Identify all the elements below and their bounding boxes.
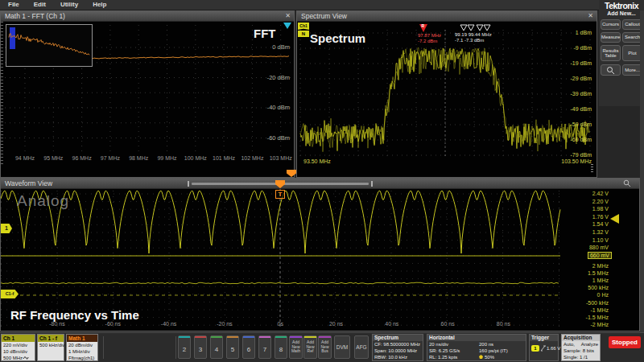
time-axis-label: 40 ns — [376, 321, 408, 327]
y-axis-label: -40 dBm — [253, 104, 290, 111]
waveform-view-panel: Waveform View AnalogRF Frequency vs Time… — [0, 178, 640, 331]
menu-item-help[interactable]: Help — [93, 0, 106, 10]
time-axis-label: -40 ns — [153, 321, 185, 327]
channel-button-8[interactable]: 8 — [275, 335, 287, 359]
trigger-source-chip: 1 — [531, 345, 539, 352]
waveform-plot-area[interactable]: AnalogRF Frequency vs TimeT1C1-f2.42 V2.… — [1, 189, 639, 331]
channel-badge-ch-1-f[interactable]: Ch 1 - f500 kHz/div — [37, 334, 64, 361]
trigger-level-arrow[interactable] — [610, 214, 619, 224]
peak-marker-frequencies: 99.19 99.44 MHz — [455, 32, 492, 37]
box-row: Auto,Analyze — [562, 341, 600, 348]
stop-button[interactable]: Stopped — [609, 336, 641, 348]
frequency-scale-label: -1.5 MHz — [573, 315, 609, 320]
badge-title: Ch 1 - f — [38, 335, 64, 342]
channel-button-7[interactable]: 7 — [258, 335, 271, 359]
expansion-point-marker[interactable] — [275, 180, 285, 188]
badge-title: Math 1 — [67, 335, 97, 342]
reference-marker-frequency: 97.87 MHz — [418, 33, 441, 38]
waveform-panel-title: Waveform View — [5, 179, 52, 187]
channel-button-3[interactable]: 3 — [194, 335, 207, 359]
math-tick-ruler — [1, 22, 3, 167]
box-title: Trigger — [530, 335, 558, 341]
y-axis-label: -60 dBm — [253, 134, 290, 142]
y-axis-label: -69 dBm — [556, 137, 592, 142]
horizontal-settings-box[interactable]: Horizontal20 ns/div200 nsSR: 6.25 GS/s16… — [427, 334, 526, 361]
sidebar-button-measure[interactable]: Measure — [601, 32, 621, 43]
button-afg[interactable]: AFG — [354, 335, 369, 359]
frequency-scale-label: -500 kHz — [573, 300, 609, 306]
menu-bar: FileEditUtilityHelp — [0, 0, 644, 10]
button-dvm[interactable]: DVM — [334, 335, 350, 359]
math-plot-area[interactable]: 0 dBm-20 dBm-40 dBm-60 dBm94 MHz95 MHz96… — [1, 22, 294, 177]
channel-button-2[interactable]: 2 — [178, 335, 191, 359]
menu-item-utility[interactable]: Utility — [60, 0, 78, 10]
spectrum-settings-box[interactable]: SpectrumCF: 98.5000000 MHzSpan: 10.0000 … — [372, 334, 423, 361]
spectrum-channel-badge[interactable]: Ch1N — [298, 23, 309, 37]
y-axis-label: -19 dBm — [556, 60, 592, 66]
badge-row: 500 MHz — [2, 355, 35, 361]
box-row: RL: 1.25 kpts50% — [427, 354, 526, 360]
badge-channel-label: Ch1 — [298, 23, 309, 30]
add-button-add-new-math[interactable]: Add New Math — [289, 335, 303, 359]
math-panel-titlebar[interactable]: Math 1 - FFT (Ch 1) ✕ — [1, 11, 294, 22]
sidebar-button-cursors[interactable]: Cursors — [601, 19, 621, 30]
channel-color-stripe — [179, 336, 190, 338]
box-row: RBW: 10.0 kHz — [373, 354, 423, 360]
x-axis-label: 96 MHz — [66, 155, 98, 161]
volt-scale-label: 1.10 V — [576, 237, 609, 243]
x-axis-min-label: 93.50 MHz — [303, 158, 331, 164]
add-button-add-new-bus[interactable]: Add New Bus — [318, 335, 332, 359]
spectrum-view-panel: Spectrum View ✕ Ch1NSpectrumR97.87 MHz-7… — [296, 10, 597, 178]
divider — [103, 336, 104, 359]
spectrum-plot-area[interactable]: Ch1NSpectrumR97.87 MHz-7.2 dBm99.19 99.4… — [297, 22, 597, 177]
ch1-frequency-trace-handle[interactable]: C1-f — [1, 290, 19, 298]
math-panel-close-icon[interactable]: ✕ — [285, 11, 291, 21]
volt-scale-label: 1.76 V — [576, 214, 609, 220]
frequency-scale-label: 2 MHz — [573, 263, 609, 269]
menu-item-file[interactable]: File — [8, 0, 19, 10]
waveform-zoom-icon[interactable] — [623, 179, 631, 188]
badge-row: 500 kHz/div — [38, 342, 64, 348]
spectrum-panel-title: Spectrum View — [301, 12, 347, 20]
spectrum-annotation: Spectrum — [310, 31, 365, 45]
channel-badge-math-1[interactable]: Math 120 dBm/div1 MHz/divFftmag(ch1) — [66, 334, 98, 361]
trigger-settings-box[interactable]: Trigger11.66 V — [529, 334, 559, 361]
spectrum-grid — [300, 30, 590, 157]
overview-trace — [9, 34, 89, 56]
waveform-grid — [1, 189, 560, 327]
sidebar-button-results-table[interactable]: Results Table — [601, 45, 621, 61]
trigger-level-value: 1.66 V — [547, 346, 560, 351]
zoom-tool-button[interactable] — [601, 64, 621, 76]
x-axis-label: 98 MHz — [122, 155, 155, 161]
horizontal-right-value: 160 ps/pt (IT) — [479, 348, 524, 354]
selected-scale-label[interactable]: 660 mV — [588, 252, 612, 259]
channel-badge-ch-1[interactable]: Ch 1220 mV/div10 dBm/div500 MHz — [1, 334, 35, 361]
button-color-stripe — [304, 336, 316, 338]
trigger-indicator[interactable]: T — [275, 190, 285, 199]
sidebar-button-label: Search — [623, 35, 642, 40]
channel-button-6[interactable]: 6 — [242, 335, 255, 359]
waveform-panel-titlebar[interactable]: Waveform View — [1, 179, 639, 189]
menu-item-edit[interactable]: Edit — [34, 0, 46, 10]
acquisition-analyze: Analyze — [581, 341, 598, 348]
add-button-add-new-ref[interactable]: Add New Ref — [303, 335, 317, 359]
horizontal-left-value: 20 ns/div — [429, 341, 479, 348]
fft-overview-thumbnail[interactable] — [6, 24, 93, 67]
spectrum-panel-close-icon[interactable]: ✕ — [588, 11, 593, 21]
channel-button-4[interactable]: 4 — [210, 335, 223, 359]
x-axis-label: 97 MHz — [94, 155, 126, 161]
box-row: Sample: 8 bits — [562, 348, 600, 354]
math-trace-handle-icon[interactable] — [283, 23, 291, 29]
add-button-label: Add New Math — [290, 340, 302, 354]
box-row: SR: 6.25 GS/s160 ps/pt (IT) — [427, 348, 526, 354]
box-title: Horizontal — [427, 335, 526, 341]
button-color-stripe — [290, 336, 302, 338]
acquisition-settings-box[interactable]: AcquisitionAuto,AnalyzeSample: 8 bitsSin… — [561, 334, 601, 361]
spectrum-panel-titlebar[interactable]: Spectrum View ✕ — [297, 11, 597, 22]
channel-button-label: 8 — [275, 346, 287, 353]
splitter-grip[interactable] — [591, 164, 593, 173]
x-axis-label: 94 MHz — [9, 155, 41, 161]
x-axis-label: 99 MHz — [151, 155, 184, 161]
channel-button-5[interactable]: 5 — [226, 335, 239, 359]
add-button-label: Add New Ref — [304, 340, 316, 354]
